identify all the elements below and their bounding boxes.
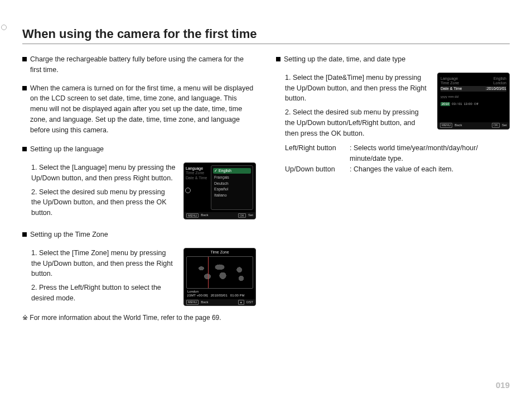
bullet-1-text: Charge the rechargeable battery fully be… (30, 54, 256, 75)
square-bullet-icon (22, 147, 27, 151)
year-selected: 2010 (441, 102, 450, 106)
page-number: 019 (496, 380, 510, 390)
lcd-footer: MENU Back OK Set (438, 122, 509, 129)
lcd-menu-language: Language (186, 166, 209, 171)
ud-button-text: : Changes the value of each item. (350, 164, 510, 175)
dst-label: DST (246, 300, 253, 304)
menu-tag: MENU (440, 123, 452, 128)
right-column: Setting up the date, time, and date type… (276, 54, 510, 323)
up-tag: ▲ (238, 300, 244, 305)
lcd-menu-datetime: Date & Time (186, 176, 209, 180)
square-bullet-icon (22, 57, 27, 61)
lr-button-label: Left/Right button (285, 143, 350, 164)
world-map-icon (186, 256, 253, 289)
lang-option: Italiano (213, 193, 251, 198)
menu-tag: MENU (186, 300, 199, 305)
back-label: Back (201, 300, 208, 304)
lcd-tz-title: Time Zone (184, 248, 255, 256)
lcd-footer: MENU Back ▲ DST (184, 299, 255, 306)
left-column: Charge the rechargeable battery fully be… (22, 54, 256, 323)
lcd-datetime-screenshot: Language English Time Zone London Date &… (437, 73, 510, 130)
ok-tag: OK (238, 213, 246, 218)
dt-step-2: 2. Select the desired sub menu by pressi… (276, 107, 429, 138)
tz-step-1: 1. Select the [Time Zone] menu by pressi… (22, 248, 176, 279)
lang-option: Español (213, 186, 251, 192)
bullet-1: Charge the rechargeable battery fully be… (22, 54, 256, 75)
content-columns: Charge the rechargeable battery fully be… (22, 54, 510, 323)
lang-steps: 1. Select the [Language] menu by pressin… (22, 162, 176, 219)
lcd-footer: MENU Back OK Set (184, 212, 255, 219)
tz-step-2: 2. Press the Left/Right button to select… (22, 283, 176, 304)
bullet-2-text: When the camera is turned on for the fir… (30, 83, 256, 136)
title-rule (22, 44, 510, 44)
bullet-2: When the camera is turned on for the fir… (22, 83, 256, 136)
set-label: Set (502, 123, 507, 127)
lcd-menu-timezone: Time Zone (186, 171, 209, 175)
square-bullet-icon (22, 232, 27, 237)
menu-tag: MENU (186, 213, 199, 218)
lang-step-2: 2. Select the desired sub menu by pressi… (22, 187, 176, 218)
lcd-timezone-screenshot: Time Zone London [GMT +00:00] 2010/03/01… (183, 248, 256, 306)
lr-button-text: : Selects world time/year/month/day/hour… (350, 143, 510, 164)
lang-step-1: 1. Select the [Language] menu by pressin… (22, 162, 176, 184)
back-label: Back (454, 123, 462, 127)
tz-section-head: Setting up the Time Zone (22, 229, 256, 240)
dt-step-1: 1. Select the [Date&Time] menu by pressi… (276, 73, 429, 104)
dt-steps: 1. Select the [Date&Time] menu by pressi… (276, 73, 429, 139)
set-label: Set (248, 213, 253, 217)
lang-block: 1. Select the [Language] menu by pressin… (22, 162, 256, 219)
tz-section-title: Setting up the Time Zone (30, 229, 108, 240)
dt-block: 1. Select the [Date&Time] menu by pressi… (276, 73, 510, 139)
lang-section-head: Setting up the language (22, 144, 256, 155)
tz-steps: 1. Select the [Time Zone] menu by pressi… (22, 248, 176, 306)
ok-tag: OK (492, 123, 500, 128)
lcd-date-format: yyyy mm dd (441, 95, 506, 99)
tz-info: London [GMT +00:00] 2010/03/01 01:00 PM (184, 289, 255, 299)
dt-section-head: Setting up the date, time, and date type (276, 54, 510, 65)
square-bullet-icon (276, 57, 280, 61)
square-bullet-icon (22, 86, 27, 90)
tz-block: 1. Select the [Time Zone] menu by pressi… (22, 248, 256, 306)
lang-section-title: Setting up the language (30, 144, 104, 155)
lcd-row-timezone: Time Zone London (441, 81, 506, 85)
lcd-row-language: Language English (441, 76, 506, 81)
lcd-row-datetime: Date & Time :2010/03/01 (441, 86, 506, 92)
gear-icon (185, 188, 191, 193)
lcd-date-row: 2010 03 / 01 13:00 Off (441, 102, 506, 106)
ud-button-label: Up/Down button (285, 164, 350, 175)
lang-option: Deutsch (213, 181, 251, 186)
back-label: Back (201, 213, 208, 217)
worldtime-note: ※ For more information about the World T… (22, 313, 256, 323)
lcd-language-screenshot: Language Time Zone Date & Time ✓ English… (183, 162, 256, 219)
lang-option: Français (213, 175, 251, 180)
dt-section-title: Setting up the date, time, and date type (284, 54, 405, 65)
button-descriptions: Left/Right button : Selects world time/y… (276, 143, 510, 174)
page-title: When using the camera for the first time (22, 27, 510, 41)
lang-option-selected: ✓ English (213, 168, 251, 174)
